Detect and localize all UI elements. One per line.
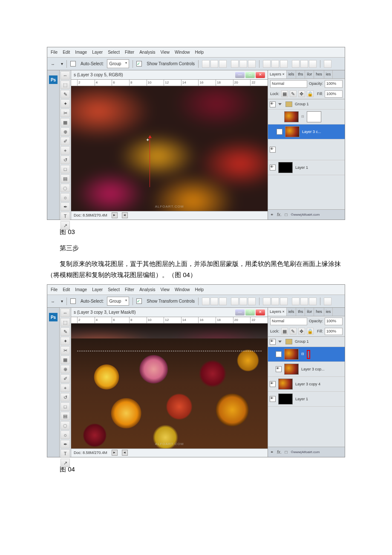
menu-layer[interactable]: Layer	[92, 49, 103, 56]
extra-btn[interactable]	[324, 60, 331, 68]
heal-tool[interactable]: ⊕	[61, 365, 70, 373]
distribute-btn[interactable]	[300, 60, 308, 68]
visibility-toggle[interactable]	[270, 396, 276, 402]
slice-tool[interactable]: ▦	[61, 118, 70, 127]
eraser-tool[interactable]: □	[61, 165, 70, 173]
link-icon[interactable]: ⚭	[270, 448, 274, 456]
menu-layer[interactable]: Layer	[92, 286, 103, 293]
layer-row[interactable]: Layer 1	[268, 392, 345, 407]
align-btn[interactable]	[202, 60, 210, 68]
maximize-button[interactable]: □	[245, 309, 255, 315]
distribute-btn[interactable]	[292, 298, 300, 305]
align-btn[interactable]	[210, 60, 218, 68]
lock-all-icon[interactable]: 🔒	[307, 328, 314, 335]
mask-icon[interactable]: □	[285, 448, 288, 456]
gradient-tool[interactable]: ▤	[61, 412, 70, 420]
distribute-btn[interactable]	[292, 60, 300, 68]
path-tool[interactable]: ↗	[61, 459, 70, 467]
align-btn[interactable]	[210, 298, 218, 305]
layer-row-selected[interactable]: Layer 3 c...	[268, 124, 345, 139]
opacity-field[interactable]: 100%	[325, 80, 343, 87]
tab-layers[interactable]: Layers ×	[268, 308, 287, 316]
type-tool[interactable]: T	[61, 212, 70, 220]
distribute-btn[interactable]	[309, 60, 317, 68]
menu-window[interactable]: Window	[175, 49, 190, 56]
menu-filter[interactable]: Filter	[125, 49, 134, 56]
menu-file[interactable]: File	[51, 286, 58, 293]
type-tool[interactable]: T	[61, 449, 70, 458]
align-btn[interactable]	[202, 298, 210, 305]
align-btn[interactable]	[248, 60, 256, 68]
crop-tool[interactable]: ✂	[61, 346, 70, 355]
extra-btn[interactable]	[324, 298, 331, 305]
wand-tool[interactable]: ✦	[61, 99, 70, 108]
blend-mode-dropdown[interactable]: Normal	[270, 318, 307, 325]
align-btn[interactable]	[239, 298, 247, 305]
brush-tool[interactable]: ✐	[61, 374, 70, 383]
align-btn[interactable]	[239, 60, 247, 68]
menu-edit[interactable]: Edit	[63, 286, 70, 293]
minimize-button[interactable]: —	[235, 309, 245, 315]
distribute-btn[interactable]	[280, 298, 288, 305]
mask-icon[interactable]: □	[285, 211, 288, 218]
status-arrow[interactable]: ▸	[112, 450, 118, 456]
menu-analysis[interactable]: Analysis	[139, 286, 155, 293]
lasso-tool[interactable]: ✎	[61, 90, 70, 98]
blur-tool[interactable]: ◌	[61, 421, 70, 430]
tab-6[interactable]: ies	[324, 308, 333, 316]
tab-5[interactable]: hes	[314, 308, 324, 316]
pen-tool[interactable]: ✒	[61, 440, 70, 448]
distribute-btn[interactable]	[271, 298, 279, 305]
lock-position-icon[interactable]: ✥	[298, 328, 305, 335]
layer-row[interactable]: ⊟	[268, 110, 345, 124]
align-btn[interactable]	[231, 60, 239, 68]
fx-icon[interactable]: fx.	[277, 211, 282, 218]
menu-file[interactable]: File	[51, 49, 58, 56]
layer-group-row[interactable]: Group 1	[268, 99, 345, 110]
opacity-field[interactable]: 100%	[325, 318, 343, 325]
align-btn[interactable]	[219, 298, 227, 305]
layer-group-row[interactable]: Group 1	[268, 337, 345, 347]
stamp-tool[interactable]: ⌖	[61, 384, 70, 392]
chevron-down-icon[interactable]	[278, 341, 282, 343]
tab-3[interactable]: ths	[296, 308, 305, 316]
tab-channels[interactable]: iels	[287, 70, 297, 78]
canvas[interactable]: ✦ ALFOART.COM	[71, 86, 268, 211]
tab-2[interactable]: iels	[287, 308, 297, 316]
layer-row[interactable]: Layer 1	[268, 160, 345, 175]
menu-view[interactable]: View	[160, 49, 170, 56]
distribute-btn[interactable]	[280, 60, 288, 68]
menu-image[interactable]: Image	[75, 286, 87, 293]
status-arrow[interactable]: ▸	[112, 212, 118, 218]
minimize-button[interactable]: —	[235, 72, 245, 78]
gradient-tool[interactable]: ▤	[61, 174, 70, 183]
link-icon[interactable]: ⚭	[270, 211, 274, 218]
auto-select-dropdown[interactable]: Group	[107, 297, 129, 306]
close-button[interactable]: ✕	[256, 72, 265, 78]
tab-6[interactable]: ies	[324, 70, 333, 78]
lock-position-icon[interactable]: ✥	[298, 90, 305, 97]
history-brush-tool[interactable]: ↺	[61, 156, 70, 164]
layer-row[interactable]: Layer 3 copy 4	[268, 377, 345, 392]
maximize-button[interactable]: □	[245, 72, 255, 78]
tab-4[interactable]: ilor	[305, 70, 314, 78]
close-button[interactable]: ✕	[256, 309, 265, 315]
layer-row[interactable]: Layer 3 cop...	[268, 362, 345, 377]
lock-transparency-icon[interactable]: ▦	[281, 90, 288, 97]
menu-select[interactable]: Select	[108, 286, 120, 293]
menu-view[interactable]: View	[160, 286, 170, 293]
status-scroll[interactable]: ◂	[122, 212, 128, 218]
distribute-btn[interactable]	[271, 60, 279, 68]
lock-transparency-icon[interactable]: ▦	[281, 328, 288, 335]
menu-help[interactable]: Help	[195, 49, 204, 56]
menu-analysis[interactable]: Analysis	[139, 49, 155, 56]
history-brush-tool[interactable]: ↺	[61, 393, 70, 402]
distribute-btn[interactable]	[263, 60, 271, 68]
move-tool[interactable]: ↔	[61, 309, 70, 317]
fx-icon[interactable]: fx.	[277, 448, 282, 456]
dodge-tool[interactable]: ☼	[61, 193, 70, 202]
fill-field[interactable]: 100%	[325, 90, 343, 98]
visibility-toggle[interactable]	[270, 339, 276, 345]
marquee-tool[interactable]: ⬚	[61, 81, 70, 89]
pen-tool[interactable]: ✒	[61, 202, 70, 211]
